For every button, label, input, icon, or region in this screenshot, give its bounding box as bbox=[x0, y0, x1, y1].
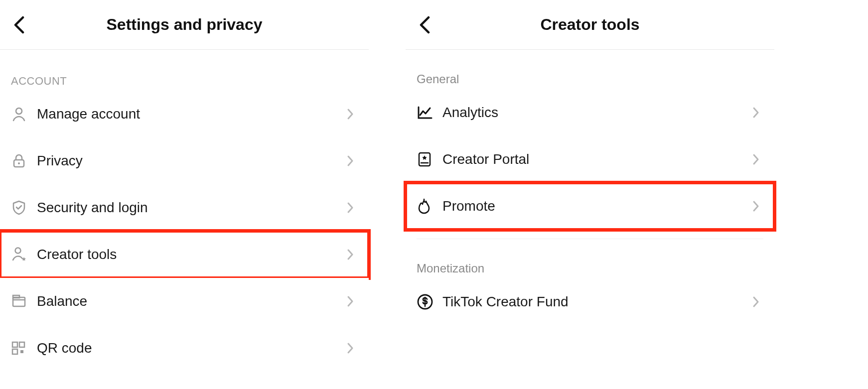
section-label-account: ACCOUNT bbox=[0, 50, 369, 91]
svg-rect-7 bbox=[19, 342, 24, 347]
page-title: Creator tools bbox=[540, 15, 639, 34]
row-label: Creator tools bbox=[37, 247, 343, 262]
chevron-right-icon bbox=[748, 296, 763, 308]
chevron-left-icon bbox=[13, 16, 24, 34]
settings-screen: Settings and privacy ACCOUNT Manage acco… bbox=[0, 0, 369, 389]
row-label: Security and login bbox=[37, 200, 343, 216]
row-label: Privacy bbox=[37, 153, 343, 169]
dollar-icon bbox=[417, 293, 442, 310]
row-manage-account[interactable]: Manage account bbox=[0, 91, 369, 137]
flame-icon bbox=[417, 198, 442, 214]
chevron-right-icon bbox=[748, 153, 763, 165]
svg-point-2 bbox=[18, 162, 20, 164]
svg-rect-10 bbox=[419, 153, 430, 166]
back-button[interactable] bbox=[9, 15, 29, 35]
row-creator-fund[interactable]: TikTok Creator Fund bbox=[406, 278, 774, 325]
chevron-right-icon bbox=[343, 342, 358, 354]
section-label-monetization: Monetization bbox=[406, 239, 774, 278]
svg-point-3 bbox=[15, 248, 21, 254]
row-label: Balance bbox=[37, 293, 343, 309]
row-label: Manage account bbox=[37, 106, 343, 122]
chevron-left-icon bbox=[419, 16, 430, 34]
row-label: Creator Portal bbox=[442, 151, 748, 167]
row-balance[interactable]: Balance bbox=[0, 278, 369, 325]
page-title: Settings and privacy bbox=[107, 15, 263, 34]
row-privacy[interactable]: Privacy bbox=[0, 137, 369, 184]
row-label: Promote bbox=[442, 198, 748, 214]
row-label: TikTok Creator Fund bbox=[442, 294, 748, 310]
creator-tools-screen: Creator tools General Analytics Creator … bbox=[406, 0, 774, 389]
chevron-right-icon bbox=[343, 249, 358, 260]
row-qr-code[interactable]: QR code bbox=[0, 325, 369, 372]
svg-rect-4 bbox=[13, 297, 25, 306]
screen-gap bbox=[369, 0, 406, 389]
chevron-right-icon bbox=[343, 155, 358, 167]
settings-header: Settings and privacy bbox=[0, 0, 369, 50]
person-icon bbox=[11, 106, 37, 122]
row-creator-tools[interactable]: Creator tools bbox=[0, 231, 369, 278]
wallet-icon bbox=[11, 293, 37, 309]
person-star-icon bbox=[11, 246, 37, 263]
svg-rect-6 bbox=[12, 342, 17, 347]
row-promote[interactable]: Promote bbox=[406, 183, 774, 230]
row-label: Analytics bbox=[442, 105, 748, 121]
svg-point-0 bbox=[16, 108, 22, 114]
svg-rect-5 bbox=[13, 295, 19, 298]
chevron-right-icon bbox=[748, 107, 763, 119]
svg-rect-9 bbox=[20, 350, 23, 353]
row-analytics[interactable]: Analytics bbox=[406, 89, 774, 136]
creator-tools-header: Creator tools bbox=[406, 0, 774, 50]
lock-icon bbox=[11, 153, 37, 169]
chevron-right-icon bbox=[343, 295, 358, 307]
chevron-right-icon bbox=[343, 108, 358, 120]
chevron-right-icon bbox=[748, 200, 763, 212]
row-creator-portal[interactable]: Creator Portal bbox=[406, 136, 774, 183]
qr-icon bbox=[11, 341, 37, 356]
section-label-general: General bbox=[406, 50, 774, 89]
shield-icon bbox=[11, 200, 37, 216]
back-button[interactable] bbox=[415, 15, 434, 35]
svg-rect-8 bbox=[12, 349, 17, 354]
row-label: QR code bbox=[37, 340, 343, 356]
row-security-login[interactable]: Security and login bbox=[0, 184, 369, 231]
analytics-icon bbox=[417, 105, 442, 120]
portal-icon bbox=[417, 151, 442, 167]
chevron-right-icon bbox=[343, 202, 358, 214]
